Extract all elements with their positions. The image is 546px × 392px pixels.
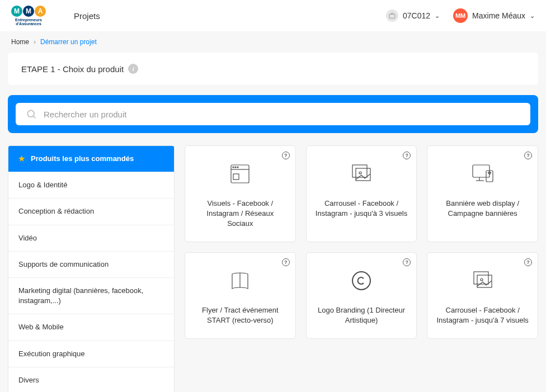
cards-grid: ? Visuels - Facebook / Instagram / Résea… xyxy=(185,145,538,339)
svg-rect-0 xyxy=(389,15,395,18)
help-icon[interactable]: ? xyxy=(524,152,532,159)
sidebar-item-label: Produits les plus commandés xyxy=(31,154,134,164)
sidebar-item-label: Conception & rédaction xyxy=(18,207,94,215)
svg-rect-10 xyxy=(356,168,370,181)
svg-point-21 xyxy=(481,278,483,281)
step-bar: ETAPE 1 - Choix du produit i xyxy=(8,53,538,85)
avatar: MM xyxy=(453,8,468,23)
devices-icon xyxy=(469,160,496,187)
card-title: Flyer / Tract événement START (recto-ver… xyxy=(194,305,286,325)
briefcase-icon xyxy=(386,10,398,22)
search-box[interactable] xyxy=(16,103,530,125)
card-logo-branding[interactable]: ? Logo Branding (1 Directeur Artistique) xyxy=(306,252,417,339)
card-visuels[interactable]: ? Visuels - Facebook / Instagram / Résea… xyxy=(185,145,296,242)
svg-rect-12 xyxy=(473,165,489,177)
search-input[interactable] xyxy=(44,110,520,119)
card-title: Visuels - Facebook / Instagram / Réseaux… xyxy=(194,199,286,229)
card-carrousel-3[interactable]: ? Carrousel - Facebook / Instagram - jus… xyxy=(306,145,417,242)
sidebar-item-label: Vidéo xyxy=(18,234,37,242)
sidebar: ★ Produits les plus commandés Logo & Ide… xyxy=(8,145,175,392)
logo[interactable]: M M A Entrepreneursd'Assurances xyxy=(11,6,46,26)
content: ETAPE 1 - Choix du produit i ★ Produits … xyxy=(0,53,546,392)
sidebar-item-divers[interactable]: Divers xyxy=(8,367,174,392)
account-selector[interactable]: 07C012 ⌄ xyxy=(386,10,440,22)
step-label: ETAPE 1 - Choix du produit xyxy=(21,64,124,74)
sidebar-item-label: Marketing digital (bannières, facebook, … xyxy=(18,286,143,305)
help-icon[interactable]: ? xyxy=(282,152,290,159)
sidebar-item-label: Logo & Identité xyxy=(18,181,67,189)
svg-point-18 xyxy=(352,272,370,290)
account-code: 07C012 xyxy=(403,11,430,20)
logo-circles: M M A xyxy=(11,6,46,17)
logo-letter-0: M xyxy=(11,6,22,17)
svg-point-6 xyxy=(235,167,236,168)
sidebar-item-popular[interactable]: ★ Produits les plus commandés xyxy=(8,146,174,172)
main-grid: ★ Produits les plus commandés Logo & Ide… xyxy=(8,145,538,392)
sidebar-item-supports[interactable]: Supports de communication xyxy=(8,252,174,278)
user-name: Maxime Méaux xyxy=(472,11,525,20)
breadcrumb-current[interactable]: Démarrer un projet xyxy=(40,38,97,46)
user-selector[interactable]: MM Maxime Méaux ⌄ xyxy=(453,8,535,23)
help-icon[interactable]: ? xyxy=(403,258,411,266)
breadcrumb: Home › Démarrer un projet xyxy=(0,31,546,53)
header: M M A Entrepreneursd'Assurances Projets … xyxy=(0,0,546,31)
card-title: Bannière web display / Campagne bannière… xyxy=(436,199,529,219)
sidebar-item-logo[interactable]: Logo & Identité xyxy=(8,172,174,199)
nav-projets[interactable]: Projets xyxy=(74,11,100,21)
svg-rect-19 xyxy=(474,272,488,284)
card-carrousel-7[interactable]: ? Carrousel - Facebook / Instagram - jus… xyxy=(427,252,538,339)
svg-point-5 xyxy=(233,167,234,168)
help-icon[interactable]: ? xyxy=(403,152,411,159)
star-icon: ★ xyxy=(18,154,25,164)
logo-letter-1: M xyxy=(23,6,34,17)
sidebar-item-conception[interactable]: Conception & rédaction xyxy=(8,199,174,225)
logo-tagline: Entrepreneursd'Assurances xyxy=(15,18,42,26)
chevron-down-icon: ⌄ xyxy=(530,12,535,20)
svg-rect-20 xyxy=(477,275,492,287)
breadcrumb-home[interactable]: Home xyxy=(11,38,29,46)
header-right: 07C012 ⌄ MM Maxime Méaux ⌄ xyxy=(386,8,535,23)
svg-rect-8 xyxy=(233,174,239,180)
images-icon xyxy=(348,160,375,187)
header-left: M M A Entrepreneursd'Assurances Projets xyxy=(11,6,100,26)
svg-rect-9 xyxy=(352,165,367,177)
chevron-down-icon: ⌄ xyxy=(435,12,440,20)
book-icon xyxy=(227,267,253,294)
search-icon xyxy=(26,108,37,120)
card-title: Logo Branding (1 Directeur Artistique) xyxy=(316,305,408,325)
sidebar-item-web[interactable]: Web & Mobile xyxy=(8,314,174,341)
copyright-icon xyxy=(348,267,375,294)
card-title: Carrousel - Facebook / Instagram - jusqu… xyxy=(316,199,408,219)
sidebar-item-label: Divers xyxy=(18,376,39,384)
chevron-right-icon: › xyxy=(34,38,36,46)
card-title: Carrousel - Facebook / Instagram - jusqu… xyxy=(436,305,529,325)
svg-line-2 xyxy=(34,116,36,119)
svg-point-11 xyxy=(359,172,361,174)
help-icon[interactable]: ? xyxy=(524,258,532,266)
help-icon[interactable]: ? xyxy=(282,258,290,266)
sidebar-item-label: Web & Mobile xyxy=(18,323,64,331)
sidebar-item-video[interactable]: Vidéo xyxy=(8,225,174,252)
browser-icon xyxy=(227,160,253,187)
svg-point-1 xyxy=(27,110,34,117)
svg-point-7 xyxy=(237,167,238,168)
card-banniere[interactable]: ? Bannière web display / Campagne banniè… xyxy=(427,145,538,242)
sidebar-item-label: Supports de communication xyxy=(18,260,109,268)
search-wrap xyxy=(8,95,538,133)
sidebar-item-execution[interactable]: Exécution graphique xyxy=(8,341,174,367)
sidebar-item-label: Exécution graphique xyxy=(18,350,85,358)
card-flyer[interactable]: ? Flyer / Tract événement START (recto-v… xyxy=(185,252,296,339)
images-icon xyxy=(469,267,496,294)
info-icon[interactable]: i xyxy=(128,64,138,74)
sidebar-item-marketing[interactable]: Marketing digital (bannières, facebook, … xyxy=(8,278,174,314)
logo-letter-2: A xyxy=(35,6,46,17)
